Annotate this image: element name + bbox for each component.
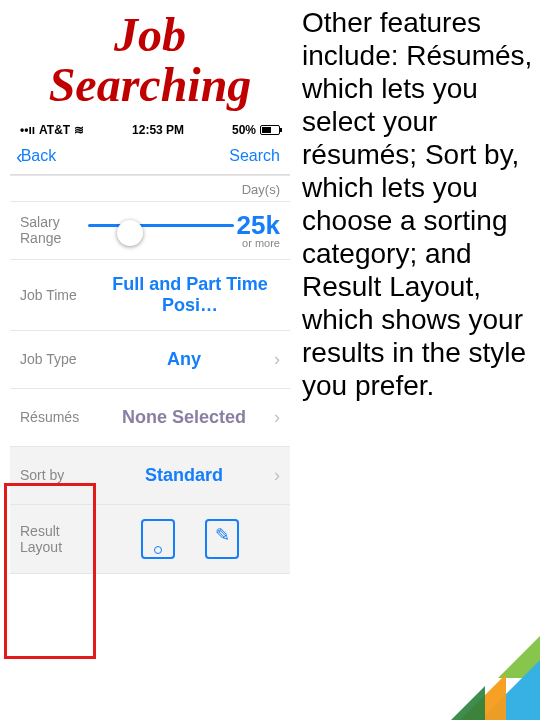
salary-slider-thumb[interactable] bbox=[117, 220, 143, 246]
resumes-row[interactable]: Résumés None Selected › bbox=[10, 389, 290, 447]
battery-icon bbox=[260, 125, 280, 135]
job-time-value: Full and Part Time Posi… bbox=[100, 274, 280, 316]
back-label: Back bbox=[21, 147, 57, 165]
days-hint-row: Day(s) bbox=[10, 175, 290, 202]
nav-bar: ‹ Back Search bbox=[10, 139, 290, 175]
chevron-right-icon: › bbox=[268, 407, 280, 428]
days-hint: Day(s) bbox=[242, 182, 280, 197]
chevron-right-icon: › bbox=[268, 349, 280, 370]
description-text: Other features include: Résumés, which l… bbox=[302, 6, 534, 402]
chevron-right-icon: › bbox=[268, 465, 280, 486]
back-button[interactable]: ‹ Back bbox=[16, 145, 56, 168]
salary-label: Salary Range bbox=[20, 214, 100, 246]
title-line-1: Job bbox=[114, 8, 186, 61]
job-type-row[interactable]: Job Type Any › bbox=[10, 331, 290, 389]
title-line-2: Searching bbox=[49, 58, 252, 111]
corner-decoration bbox=[420, 600, 540, 720]
search-button[interactable]: Search bbox=[229, 147, 280, 165]
red-highlight-box bbox=[4, 483, 96, 659]
job-time-row[interactable]: Job Time Full and Part Time Posi… bbox=[10, 260, 290, 331]
salary-slider-track[interactable] bbox=[88, 224, 234, 227]
clock: 12:53 PM bbox=[132, 123, 184, 137]
resumes-label: Résumés bbox=[20, 409, 100, 425]
sort-by-label: Sort by bbox=[20, 467, 100, 483]
salary-range-row[interactable]: Salary Range 25k or more bbox=[10, 202, 290, 260]
layout-mobile-icon[interactable] bbox=[141, 519, 175, 559]
layout-tablet-icon[interactable] bbox=[205, 519, 239, 559]
job-type-value: Any bbox=[100, 349, 268, 370]
status-bar: ••ıı AT&T ≋ 12:53 PM 50% bbox=[10, 117, 290, 139]
battery-pct: 50% bbox=[232, 123, 256, 137]
sort-by-value: Standard bbox=[100, 465, 268, 486]
wifi-icon: ≋ bbox=[74, 123, 84, 137]
resumes-value: None Selected bbox=[100, 407, 268, 428]
signal-icon: ••ıı bbox=[20, 123, 35, 137]
carrier-label: AT&T bbox=[39, 123, 70, 137]
job-type-label: Job Type bbox=[20, 351, 100, 367]
slide-title: Job Searching bbox=[0, 0, 300, 117]
job-time-label: Job Time bbox=[20, 287, 100, 303]
